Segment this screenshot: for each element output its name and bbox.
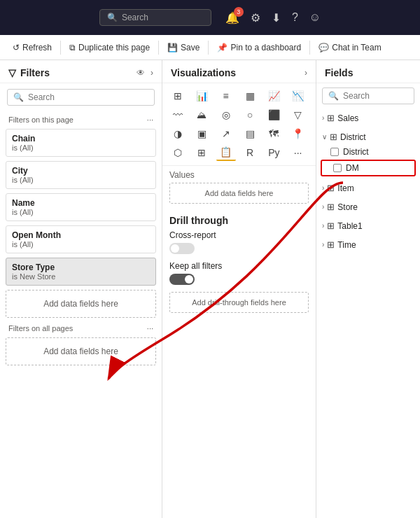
field-group-time-header[interactable]: › ⊞ Time bbox=[316, 237, 420, 253]
toolbar-divider-3 bbox=[208, 41, 209, 55]
filter-chain[interactable]: Chain is (All) bbox=[6, 129, 156, 157]
fields-search-input[interactable] bbox=[343, 91, 420, 101]
field-item-district[interactable]: District bbox=[316, 145, 420, 159]
filters-add-fields[interactable]: Add data fields here bbox=[6, 290, 156, 318]
filter-name[interactable]: Name is (All) bbox=[6, 193, 156, 221]
viz-icon-py[interactable]: Py bbox=[264, 144, 284, 161]
toggle-row-keep bbox=[169, 274, 309, 285]
help-icon[interactable]: ? bbox=[292, 11, 298, 24]
download-icon[interactable]: ⬇ bbox=[272, 11, 281, 24]
filters-header-icons: 👁 › bbox=[136, 68, 153, 78]
search-icon: 🔍 bbox=[107, 13, 118, 22]
account-icon[interactable]: ☺ bbox=[309, 11, 321, 24]
save-label: Save bbox=[181, 43, 200, 52]
viz-icon-r[interactable]: R bbox=[240, 144, 260, 161]
filters-page-more-icon[interactable]: ··· bbox=[147, 115, 153, 124]
filter-icon: ▽ bbox=[8, 67, 16, 78]
toolbar-divider-4 bbox=[309, 41, 310, 55]
viz-icon-pie[interactable]: ◎ bbox=[216, 106, 236, 123]
viz-icon-area[interactable]: 📉 bbox=[288, 88, 308, 104]
refresh-button[interactable]: ↺ Refresh bbox=[6, 40, 59, 55]
chat-button[interactable]: 💬 Chat in Team bbox=[312, 40, 388, 55]
filters-search-input[interactable] bbox=[28, 92, 148, 102]
filter-expand-icon[interactable]: › bbox=[150, 68, 153, 78]
viz-icon-more[interactable]: ··· bbox=[288, 144, 308, 161]
time-chevron: › bbox=[322, 241, 324, 248]
fields-title: Fields bbox=[325, 67, 412, 78]
filters-header: ▽ Filters 👁 › bbox=[0, 60, 162, 83]
viz-icon-line2[interactable]: 〰 bbox=[168, 106, 188, 123]
viz-icon-card[interactable]: ▣ bbox=[192, 125, 211, 142]
viz-icon-kpi[interactable]: ↗ bbox=[216, 125, 236, 142]
duplicate-button[interactable]: ⧉ Duplicate this page bbox=[62, 40, 157, 55]
settings-icon[interactable]: ⚙ bbox=[251, 11, 260, 24]
viz-icon-table[interactable]: ⊞ bbox=[168, 88, 188, 104]
viz-icon-funnel[interactable]: ▽ bbox=[288, 106, 308, 123]
save-button[interactable]: 💾 Save bbox=[160, 40, 206, 55]
filter-open-month[interactable]: Open Month is (All) bbox=[6, 225, 156, 253]
field-group-time: › ⊞ Time bbox=[316, 235, 420, 254]
viz-add-data[interactable]: Add data fields here bbox=[169, 183, 309, 204]
viz-icon-donut[interactable]: ○ bbox=[240, 106, 260, 123]
sales-label: Sales bbox=[337, 113, 358, 123]
item-group-label: Item bbox=[337, 183, 354, 193]
table1-table-icon: ⊞ bbox=[327, 220, 335, 231]
time-group-label: Time bbox=[337, 240, 356, 250]
filters-search-icon: 🔍 bbox=[13, 92, 24, 102]
district-item-label: District bbox=[343, 147, 369, 157]
viz-icon-filled-map[interactable]: 📍 bbox=[288, 125, 308, 142]
keep-filters-toggle[interactable] bbox=[169, 274, 195, 285]
viz-values-section: Values Add data fields here bbox=[162, 166, 316, 211]
filter-eye-icon[interactable]: 👁 bbox=[136, 68, 145, 78]
drill-add-fields[interactable]: Add drill-through fields here bbox=[169, 292, 309, 313]
filters-search-field[interactable]: 🔍 bbox=[7, 89, 155, 106]
field-item-dm[interactable]: DM bbox=[321, 160, 416, 176]
dm-checkbox[interactable] bbox=[333, 164, 342, 172]
table1-chevron: › bbox=[322, 222, 324, 230]
district-group-label: District bbox=[340, 132, 366, 142]
filters-page-section: Filters on this page ··· bbox=[0, 111, 162, 127]
viz-header: Visualizations › bbox=[162, 60, 316, 83]
duplicate-icon: ⧉ bbox=[69, 43, 76, 52]
viz-icon-shape-map[interactable]: ⬡ bbox=[168, 144, 188, 161]
field-group-item-header[interactable]: › ⊞ Item bbox=[316, 180, 420, 196]
toolbar: ↺ Refresh ⧉ Duplicate this page 💾 Save 📌… bbox=[0, 35, 420, 60]
store-chevron: › bbox=[322, 203, 324, 211]
item-table-icon: ⊞ bbox=[327, 183, 335, 193]
filters-all-more-icon[interactable]: ··· bbox=[147, 324, 153, 332]
district-checkbox[interactable] bbox=[330, 148, 339, 156]
pin-button[interactable]: 📌 Pin to a dashboard bbox=[210, 40, 308, 55]
field-group-district-header[interactable]: ∨ ⊞ District bbox=[316, 129, 420, 145]
filters-all-pages-add[interactable]: Add data fields here bbox=[6, 337, 156, 365]
cross-report-toggle[interactable] bbox=[169, 243, 195, 254]
district-table-icon: ⊞ bbox=[330, 132, 337, 142]
viz-icon-selected[interactable]: 📋 bbox=[216, 144, 236, 161]
sales-table-icon: ⊞ bbox=[327, 113, 335, 123]
viz-icon-line[interactable]: 📈 bbox=[264, 88, 284, 104]
viz-icon-scatter[interactable]: ⛰ bbox=[192, 106, 211, 123]
drill-section: Drill through Cross-report Keep all filt… bbox=[162, 211, 316, 320]
viz-icon-map[interactable]: 🗺 bbox=[264, 125, 284, 142]
viz-icon-cluster-bar[interactable]: ▦ bbox=[240, 88, 260, 104]
notification-icon[interactable]: 🔔 3 bbox=[225, 11, 239, 24]
field-group-table1-header[interactable]: › ⊞ Table1 bbox=[316, 218, 420, 234]
dm-item-label: DM bbox=[346, 163, 359, 173]
fields-panel: Fields 🔍 › ⊞ Sales ∨ ⊞ District Dis bbox=[316, 60, 420, 518]
viz-icon-bar[interactable]: 📊 bbox=[192, 88, 211, 104]
drill-keep-filters: Keep all filters bbox=[169, 261, 309, 285]
viz-icon-stacked-bar[interactable]: ≡ bbox=[216, 88, 236, 104]
filter-city[interactable]: City is (All) bbox=[6, 161, 156, 189]
save-icon: 💾 bbox=[167, 43, 178, 52]
field-group-store-header[interactable]: › ⊞ Store bbox=[316, 199, 420, 215]
viz-icon-gauge[interactable]: ◑ bbox=[168, 125, 188, 142]
field-group-sales-header[interactable]: › ⊞ Sales bbox=[316, 110, 420, 126]
viz-icon-matrix[interactable]: ⊞ bbox=[192, 144, 211, 161]
viz-expand-icon[interactable]: › bbox=[304, 68, 307, 78]
viz-values-title: Values bbox=[169, 170, 309, 180]
toolbar-divider-1 bbox=[60, 41, 61, 55]
filter-store-type[interactable]: Store Type is New Store bbox=[6, 258, 156, 286]
global-search-box[interactable]: 🔍 Search bbox=[99, 9, 211, 26]
viz-icon-slicer[interactable]: ▤ bbox=[240, 125, 260, 142]
viz-icon-treemap[interactable]: ⬛ bbox=[264, 106, 284, 123]
fields-search-box[interactable]: 🔍 bbox=[322, 88, 414, 104]
